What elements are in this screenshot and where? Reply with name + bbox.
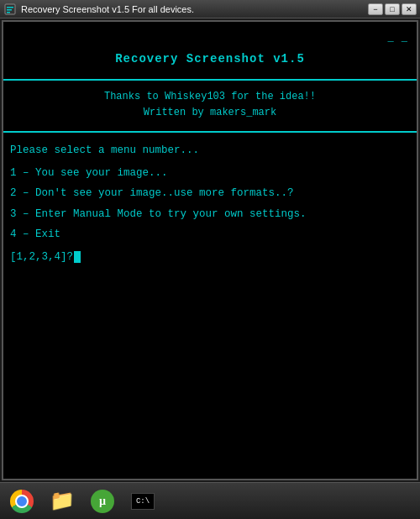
app-title: Recovery Screenshot v1.5 [3, 47, 417, 72]
taskbar-item-chrome[interactable] [3, 485, 40, 517]
svg-rect-2 [7, 9, 12, 11]
menu-item-2: 2 – Don't see your image..use more forma… [10, 184, 410, 203]
credits-line1: Thanks to Whiskey103 for the idea!! [3, 89, 417, 105]
menu-prompt: Please select a menu number... [10, 141, 410, 160]
taskbar: 📁 µ C:\ [0, 482, 420, 519]
credits-line2: Written by makers_mark [3, 105, 417, 121]
minimize-button[interactable]: − [368, 3, 383, 15]
taskbar-item-folder[interactable]: 📁 [44, 485, 81, 517]
title-bar-left: Recovery Screenshot v1.5 For all devices… [3, 3, 194, 16]
folder-icon: 📁 [50, 489, 75, 513]
menu-item-1: 1 – You see your image... [10, 164, 410, 183]
title-bar: Recovery Screenshot v1.5 For all devices… [0, 0, 420, 18]
terminal-window: _ _ Recovery Screenshot v1.5 Thanks to W… [2, 20, 418, 480]
utorrent-icon: µ [91, 490, 114, 513]
close-button[interactable]: ✕ [402, 3, 417, 15]
terminal-header: _ _ Recovery Screenshot v1.5 [3, 22, 417, 81]
maximize-button[interactable]: □ [385, 3, 400, 15]
input-prompt-text: [1,2,3,4]? [10, 248, 73, 267]
cursor-blink [74, 251, 81, 263]
cmd-icon: C:\ [131, 493, 155, 510]
menu-item-3: 3 – Enter Manual Mode to try your own se… [10, 205, 410, 224]
title-bar-buttons: − □ ✕ [368, 3, 417, 15]
taskbar-item-utorrent[interactable]: µ [84, 485, 121, 517]
menu-item-4: 4 – Exit [10, 225, 410, 244]
chrome-icon [10, 490, 34, 513]
terminal-credits: Thanks to Whiskey103 for the idea!! Writ… [3, 81, 417, 133]
terminal-menu[interactable]: Please select a menu number... 1 – You s… [3, 133, 417, 479]
svg-rect-3 [7, 12, 10, 13]
app-icon [3, 3, 17, 16]
title-bar-text: Recovery Screenshot v1.5 For all devices… [21, 4, 194, 14]
svg-rect-1 [7, 7, 13, 8]
taskbar-item-cmd[interactable]: C:\ [124, 485, 161, 517]
input-prompt-line[interactable]: [1,2,3,4]? [10, 248, 410, 267]
dash-line: _ _ [3, 29, 417, 47]
